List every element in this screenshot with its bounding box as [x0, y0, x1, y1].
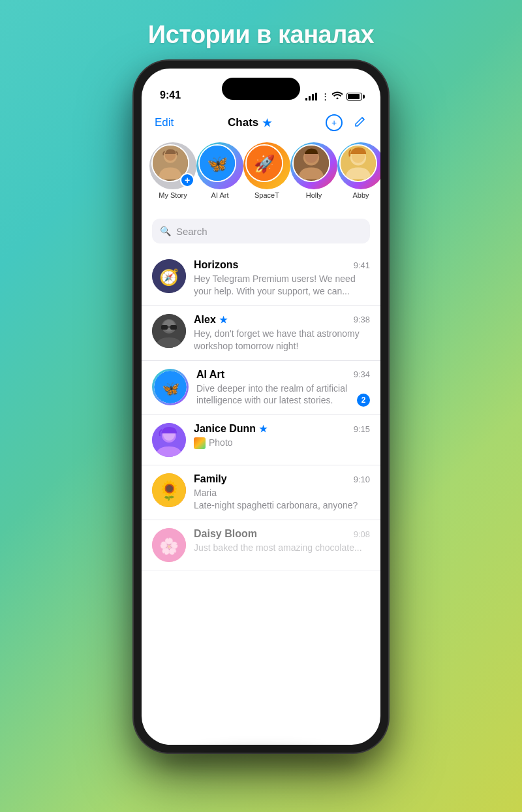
janice-star: ★	[259, 424, 268, 434]
svg-text:🧭: 🧭	[159, 268, 179, 287]
chat-name-family: Family	[194, 473, 227, 485]
signal-icon	[305, 93, 317, 101]
chat-avatar-daisy: 🌸	[152, 528, 186, 562]
chat-badge-ai-art: 2	[357, 394, 370, 407]
svg-rect-19	[170, 325, 177, 330]
story-item-spacet[interactable]: 🚀 SpaceT	[243, 144, 290, 199]
chat-time-janice: 9:15	[354, 424, 370, 434]
status-time: 9:41	[160, 89, 181, 101]
story-avatar-spacet: 🚀	[245, 144, 288, 187]
chat-avatar-ai-art: 🦋	[152, 369, 189, 405]
chat-content-horizons: Horizons 9:41 Hey Telegram Premium users…	[194, 259, 370, 298]
chat-time-ai-art: 9:34	[354, 369, 370, 379]
phone-reflection	[163, 746, 359, 779]
dynamic-island	[222, 78, 300, 100]
svg-text:🌻: 🌻	[158, 480, 181, 501]
chat-item-janice[interactable]: Janice Dunn ★ 9:15 Photo	[142, 415, 380, 465]
chat-name-daisy: Daisy Bloom	[194, 528, 257, 540]
chat-message-horizons: Hey Telegram Premium users! We need your…	[194, 273, 370, 298]
chat-message-daisy: Just baked the most amazing chocolate...	[194, 542, 362, 554]
chat-avatar-janice	[152, 423, 186, 457]
chat-message-ai-art: Dive deeper into the realm of artificial…	[196, 383, 352, 407]
story-label-spacet: SpaceT	[254, 191, 279, 199]
search-icon: 🔍	[160, 226, 171, 236]
compose-icon[interactable]	[353, 114, 367, 131]
header-actions: +	[326, 114, 367, 131]
edit-button[interactable]: Edit	[155, 116, 174, 129]
svg-text:🦋: 🦋	[207, 153, 228, 174]
chat-avatar-horizons: 🧭	[152, 259, 186, 293]
story-item-abby[interactable]: Abby	[337, 144, 380, 199]
story-avatar-ai-art: 🦋	[198, 144, 241, 187]
chat-message-family: MariaLate-night spaghetti carbonara, any…	[194, 487, 358, 512]
chat-item-horizons[interactable]: 🧭 Horizons 9:41 Hey Telegram Premium use…	[142, 251, 380, 306]
story-avatar-holly	[292, 144, 335, 187]
chat-list: 🧭 Horizons 9:41 Hey Telegram Premium use…	[142, 251, 380, 745]
chat-avatar-alex	[152, 314, 186, 348]
chat-name-janice: Janice Dunn ★	[194, 423, 268, 435]
story-label-holly: Holly	[306, 191, 322, 199]
chat-name-ai-art: AI Art	[196, 369, 224, 381]
search-bar[interactable]: 🔍 Search	[152, 219, 370, 243]
story-item-ai-art[interactable]: 🦋 AI Art	[196, 144, 243, 199]
chat-item-family[interactable]: 🌻 Family 9:10 MariaLate-night spaghetti …	[142, 465, 380, 520]
chat-item-daisy[interactable]: 🌸 Daisy Bloom 9:08 Just baked the most a…	[142, 520, 380, 570]
chat-name-alex: Alex ★	[194, 314, 228, 326]
story-avatar-my-story: +	[151, 144, 194, 187]
battery-icon	[346, 93, 362, 101]
chat-content-janice: Janice Dunn ★ 9:15 Photo	[194, 423, 370, 452]
story-label-ai-art: AI Art	[211, 191, 229, 199]
chat-name-horizons: Horizons	[194, 259, 238, 271]
chat-time-daisy: 9:08	[354, 529, 370, 539]
story-item-holly[interactable]: Holly	[290, 144, 337, 199]
chat-content-alex: Alex ★ 9:38 Hey, don't forget we have th…	[194, 314, 370, 352]
chat-item-ai-art[interactable]: 🦋 AI Art 9:34 Dive deeper into the realm…	[142, 361, 380, 416]
chat-avatar-family: 🌻	[152, 473, 186, 507]
phone-screen: 9:41 ⋮	[142, 69, 380, 745]
svg-rect-18	[161, 325, 168, 330]
svg-text:🚀: 🚀	[254, 153, 275, 174]
svg-text:🌸: 🌸	[159, 537, 179, 555]
header: Edit Chats ★ +	[142, 106, 380, 139]
alex-star: ★	[219, 315, 228, 325]
stories-row: + My Story 🦋 AI Art	[142, 139, 380, 217]
chat-content-daisy: Daisy Bloom 9:08 Just baked the most ama…	[194, 528, 370, 554]
story-avatar-abby	[339, 144, 380, 187]
header-title: Chats ★	[228, 116, 271, 129]
search-placeholder: Search	[176, 226, 207, 237]
story-label-abby: Abby	[352, 191, 369, 199]
chats-title-text: Chats	[228, 116, 258, 129]
status-icons: ⋮	[305, 91, 362, 101]
svg-text:🦋: 🦋	[162, 380, 180, 398]
photo-thumbnail	[194, 437, 206, 449]
page-title: Истории в каналах	[135, 0, 387, 61]
story-label-my-story: My Story	[159, 191, 187, 199]
chat-content-ai-art: AI Art 9:34 Dive deeper into the realm o…	[196, 369, 370, 407]
phone-mockup: 9:41 ⋮	[134, 61, 388, 753]
chat-item-alex[interactable]: Alex ★ 9:38 Hey, don't forget we have th…	[142, 306, 380, 361]
wifi-icon: ⋮	[321, 91, 343, 101]
chat-time-alex: 9:38	[354, 315, 370, 324]
story-item-my-story[interactable]: + My Story	[149, 144, 196, 199]
add-story-badge[interactable]: +	[180, 173, 194, 187]
chat-message-alex: Hey, don't forget we have that astronomy…	[194, 328, 370, 352]
chat-time-family: 9:10	[354, 475, 370, 484]
chat-content-family: Family 9:10 MariaLate-night spaghetti ca…	[194, 473, 370, 512]
new-channel-icon[interactable]: +	[326, 114, 343, 131]
chats-star-icon: ★	[262, 117, 271, 129]
chat-message-janice: Photo	[194, 437, 233, 452]
chat-time-horizons: 9:41	[354, 260, 370, 270]
